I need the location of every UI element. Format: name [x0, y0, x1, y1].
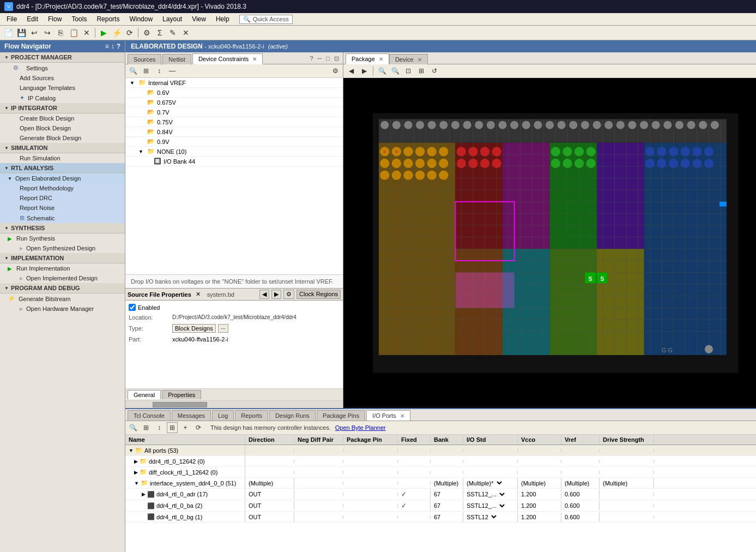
menu-flow[interactable]: Flow	[44, 14, 66, 24]
nav-item-settings[interactable]: ⚙ Settings	[0, 63, 125, 73]
sigma-btn[interactable]: Σ	[154, 27, 166, 39]
nav-item-run-synthesis[interactable]: ▶ Run Synthesis	[0, 233, 125, 243]
nav-section-title-rtl-analysis[interactable]: ▼ RTL ANALYSIS	[0, 163, 125, 173]
sfp-close-icon[interactable]: ✕	[196, 291, 201, 298]
nav-item-generate-block-design[interactable]: Generate Block Design	[0, 133, 125, 143]
filter-btn[interactable]: ⊞	[141, 65, 152, 76]
tree-item-0.7v[interactable]: 📂 0.7V	[125, 107, 343, 117]
sfp-hscroll-thumb[interactable]	[153, 402, 207, 407]
sfp-hscroll[interactable]	[125, 400, 343, 408]
nav-forward-btn[interactable]: ▶	[359, 65, 370, 76]
refresh-btn[interactable]: ⟳	[124, 27, 136, 39]
tree-item-0.84v[interactable]: 📂 0.84V	[125, 127, 343, 137]
menu-tools[interactable]: Tools	[67, 14, 91, 24]
tab-minimize-btn[interactable]: ─	[316, 55, 324, 63]
nav-collapse-icon[interactable]: ≡	[105, 43, 109, 50]
delete-btn[interactable]: ✕	[81, 27, 93, 39]
io-row-ddr4-rtl0[interactable]: ▶ 📁 ddr4_rtl_0_12642 (0)	[125, 456, 756, 467]
sfp-enabled-checkbox[interactable]	[129, 304, 136, 311]
io-row-diff-clock[interactable]: ▶ 📁 diff_clock_rtl_1_12642 (0)	[125, 467, 756, 478]
tab-design-runs[interactable]: Design Runs	[269, 410, 316, 421]
nav-item-ip-catalog[interactable]: ✦ IP Catalog	[0, 93, 125, 103]
io-search-btn[interactable]: 🔍	[128, 422, 138, 433]
tab-help-btn[interactable]: ?	[308, 55, 315, 63]
nav-section-title-synthesis[interactable]: ▼ SYNTHESIS	[0, 223, 125, 233]
copy-btn[interactable]: ⎘	[55, 27, 66, 39]
iostd-dropdown[interactable]	[495, 479, 504, 487]
nav-item-report-drc[interactable]: Report DRC	[0, 193, 125, 203]
iostd-dropdown[interactable]	[498, 502, 506, 509]
nav-item-open-block-design[interactable]: Open Block Design	[0, 123, 125, 133]
nav-settings-icon[interactable]: ↕	[111, 43, 114, 50]
nav-item-open-hardware-manager[interactable]: ▶ Open Hardware Manager	[0, 304, 125, 314]
redo-btn[interactable]: ↪	[41, 27, 53, 39]
nav-item-generate-bitstream[interactable]: ⚡ Generate Bitstream	[0, 293, 125, 304]
tab-maximize-btn[interactable]: ⊡	[332, 55, 341, 63]
io-filter-btn[interactable]: ⊞	[141, 422, 152, 433]
tree-item-internal-vref[interactable]: ▼ 📁 Internal VREF	[125, 78, 343, 88]
sfp-type-btn[interactable]: Block Designs	[172, 324, 216, 333]
menu-reports[interactable]: Reports	[92, 14, 124, 24]
nav-item-open-implemented-design[interactable]: ▶ Open Implemented Design	[0, 273, 125, 283]
nav-item-open-elaborated-design[interactable]: ▼ Open Elaborated Design	[0, 173, 125, 183]
nav-section-title-implementation[interactable]: ▼ IMPLEMENTATION	[0, 253, 125, 263]
tab-log[interactable]: Log	[212, 410, 234, 421]
nav-section-title-project-manager[interactable]: ▼ PROJECT MANAGER	[0, 52, 125, 63]
tree-item-0.75v[interactable]: 📂 0.75V	[125, 117, 343, 127]
sfp-tab-properties[interactable]: Properties	[162, 390, 201, 399]
collapse-btn[interactable]: —	[167, 65, 178, 76]
nav-item-open-synthesized-design[interactable]: ▶ Open Synthesized Design	[0, 243, 125, 253]
run-btn[interactable]: ▶	[98, 27, 110, 39]
zoom-in-btn[interactable]: 🔍	[377, 65, 388, 76]
io-add-btn[interactable]: +	[180, 422, 191, 433]
tab-reports[interactable]: Reports	[235, 410, 268, 421]
package-tab-close[interactable]: ✕	[379, 56, 383, 62]
tree-item-none[interactable]: ▼ 📁 NONE (10)	[125, 147, 343, 157]
settings-gear-btn[interactable]: ⚙	[330, 65, 341, 76]
new-project-btn[interactable]: 📄	[2, 27, 14, 39]
sfp-next-btn[interactable]: ▶	[271, 290, 281, 299]
sfp-prev-btn[interactable]: ◀	[259, 290, 269, 299]
save-btn[interactable]: 💾	[15, 27, 27, 39]
sfp-tab-clock-regions[interactable]: Clock Regions	[297, 290, 341, 299]
nav-back-btn[interactable]: ◀	[346, 65, 356, 76]
nav-item-add-sources[interactable]: Add Sources	[0, 73, 125, 83]
nav-section-title-program-debug[interactable]: ▼ PROGRAM AND DEBUG	[0, 283, 125, 293]
sfp-type-dots-btn[interactable]: ···	[218, 324, 228, 333]
nav-item-report-methodology[interactable]: Report Methodology	[0, 183, 125, 193]
tree-item-0.6v[interactable]: 📂 0.6V	[125, 88, 343, 98]
io-row-ddr4-bg[interactable]: ▶ ⬛ ddr4_rtl_0_bg (1) OUT 67 SSTL12 1.20…	[125, 512, 756, 523]
io-expand-btn[interactable]: ↕	[154, 422, 165, 433]
nav-item-run-implementation[interactable]: ▶ Run Implementation	[0, 263, 125, 273]
tab-package-pins[interactable]: Package Pins	[317, 410, 365, 421]
undo-btn[interactable]: ↩	[28, 27, 40, 39]
device-constraints-close[interactable]: ✕	[252, 56, 257, 62]
iostd-dropdown[interactable]	[489, 513, 498, 520]
fit-view-btn[interactable]: ⊡	[403, 65, 414, 76]
sfp-settings-btn[interactable]: ⚙	[283, 290, 294, 299]
menu-layout[interactable]: Layout	[158, 14, 186, 24]
menu-window[interactable]: Window	[125, 14, 157, 24]
script-btn[interactable]: ✎	[167, 27, 179, 39]
menu-view[interactable]: View	[188, 14, 210, 24]
tree-item-0.9v[interactable]: 📂 0.9V	[125, 137, 343, 147]
stop-btn[interactable]: ✕	[180, 27, 192, 39]
io-refresh-btn[interactable]: ⟳	[193, 422, 204, 433]
zoom-out-btn[interactable]: 🔍	[390, 65, 401, 76]
tab-package[interactable]: Package ✕	[346, 53, 389, 64]
io-row-interface-system[interactable]: ▼ 📁 interface_system_ddr4_0_0 (51) (Mult…	[125, 478, 756, 489]
device-tab-close[interactable]: ✕	[418, 57, 422, 63]
settings-btn[interactable]: ⚙	[141, 27, 153, 39]
byte-planner-link[interactable]: Open Byte Planner	[335, 424, 386, 431]
tree-item-0.675v[interactable]: 📂 0.675V	[125, 98, 343, 107]
iostd-dropdown[interactable]	[498, 491, 506, 498]
paste-btn[interactable]: 📋	[68, 27, 80, 39]
tab-restore-btn[interactable]: □	[324, 55, 331, 63]
nav-item-create-block-design[interactable]: Create Block Design	[0, 113, 125, 123]
io-ports-tab-close[interactable]: ✕	[400, 413, 404, 419]
refresh-view-btn[interactable]: ↺	[429, 65, 440, 76]
tab-device-constraints[interactable]: Device Constraints ✕	[192, 53, 263, 64]
tab-device[interactable]: Device ✕	[389, 54, 428, 64]
tab-netlist[interactable]: Netlist	[162, 54, 191, 64]
nav-item-schematic[interactable]: ⊞ Schematic	[0, 213, 125, 223]
